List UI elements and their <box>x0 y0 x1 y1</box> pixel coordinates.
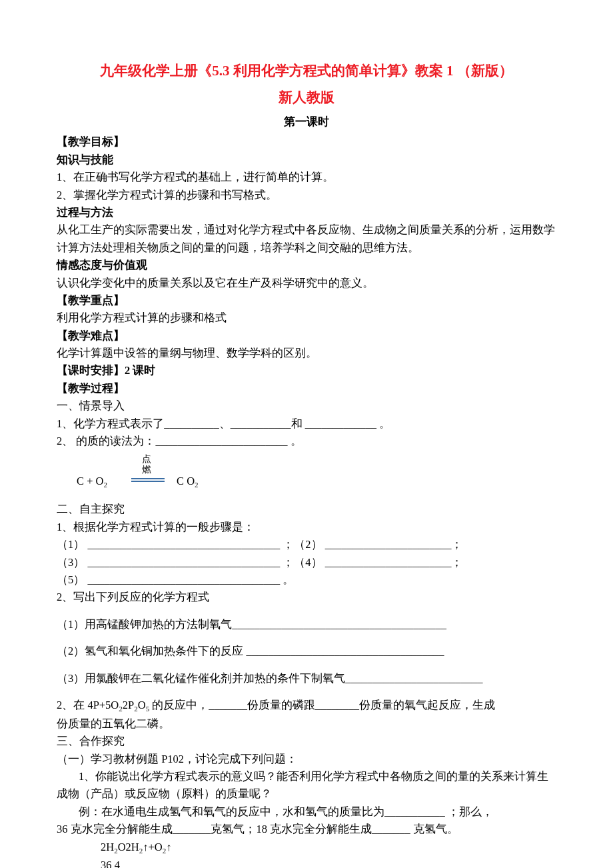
doc-title-line2: 新人教版 <box>57 87 556 109</box>
product-sub: 2 <box>195 481 199 489</box>
step-3-heading: 三、合作探究 <box>57 733 556 750</box>
calc-equation: 2H2O2H2↑+O2↑ <box>101 839 556 857</box>
section-difficulty: 【教学难点】 <box>57 327 556 345</box>
knowledge-item-1: 1、在正确书写化学方程式的基础上，进行简单的计算。 <box>57 169 556 186</box>
step3-example-line2: 36 克水完全分解能生成_______克氢气；18 克水完全分解能生成_____… <box>57 821 556 838</box>
calculation-block: 2H2O2H2↑+O2↑ 36 4 36 克 （ ？） 18 克 （ ？） <box>101 839 556 868</box>
q3-segment-d: 的反应中，_______份质量的磷跟________份质量的氧气起反应，生成 <box>149 699 495 711</box>
section-keypoints: 【教学重点】 <box>57 292 556 309</box>
emotion-text: 认识化学变化中的质量关系以及它在生产及科学研究中的意义。 <box>57 275 556 292</box>
process-text: 从化工生产的实际需要出发，通过对化学方程式中各反应物、生成物之间质量关系的分析，… <box>57 221 556 257</box>
section-periods: 【课时安排】2 课时 <box>57 362 556 379</box>
step2-q2: 2、写出下列反应的化学方程式 <box>57 589 556 606</box>
equation-condition: 点 燃 <box>142 454 151 475</box>
doc-subtitle: 第一课时 <box>57 113 556 131</box>
step2-q3-line1: 2、在 4P+5O22P2O5 的反应中，_______份质量的磷跟______… <box>57 697 556 715</box>
calc-row-masses: 36 4 <box>101 857 556 868</box>
keypoints-text: 利用化学方程式计算的步骤和格式 <box>57 309 556 327</box>
keypoints-label: 【教学重点】 <box>57 294 125 307</box>
step2-q2-3: （3）用氯酸钾在二氧化锰作催化剂并加热的条件下制氧气______________… <box>57 670 556 687</box>
section-objectives: 【教学目标】 <box>57 133 556 151</box>
cond-char-2: 燃 <box>142 465 151 475</box>
equation-arrow-icon <box>131 478 165 482</box>
q3-segment-b: 2P <box>123 699 134 711</box>
step2-q1-blank5: （5） ___________________________________ … <box>57 571 556 589</box>
heading-emotion: 情感态度与价值观 <box>57 257 556 274</box>
step-1-heading: 一、情景导入 <box>57 397 556 415</box>
document-page: 九年级化学上册《5.3 利用化学方程式的简单计算》教案 1 （新版） 新人教版 … <box>0 0 613 868</box>
calc-eq-b: O2H <box>118 841 139 853</box>
section-procedure: 【教学过程】 <box>57 380 556 397</box>
step2-q1-blank12: （1） ___________________________________ … <box>57 536 556 553</box>
step2-q1-blank34: （3） ___________________________________ … <box>57 554 556 571</box>
q3-segment-a: 2、在 4P+5O <box>57 699 119 711</box>
equation-products: C O2 <box>177 473 199 491</box>
equation-reactants: C + O2 <box>77 473 107 491</box>
reactant-text: C + O <box>77 475 103 487</box>
calc-eq-d: ↑ <box>166 841 171 853</box>
step2-q3-line2: 份质量的五氧化二磷。 <box>57 715 556 733</box>
difficulty-text: 化学计算题中设答的量纲与物理、数学学科的区别。 <box>57 345 556 362</box>
reactant-sub: 2 <box>103 481 107 489</box>
difficulty-label: 【教学难点】 <box>57 329 125 342</box>
periods-text: 【课时安排】2 课时 <box>57 364 155 377</box>
step-2-heading: 二、自主探究 <box>57 501 556 518</box>
product-text: C O <box>177 475 195 487</box>
step2-q2-2: （2）氢气和氧化铜加热条件下的反应 ______________________… <box>57 643 556 660</box>
step3-q1: 1、你能说出化学方程式表示的意义吗？能否利用化学方程式中各物质之间的量的关系来计… <box>57 768 556 803</box>
heading-process: 过程与方法 <box>57 204 556 221</box>
q3-segment-c: O <box>138 699 146 711</box>
calc-eq-a: 2H <box>101 841 114 853</box>
calc-eq-c: ↑+O <box>143 841 162 853</box>
knowledge-item-2: 2、掌握化学方程式计算的步骤和书写格式。 <box>57 187 556 204</box>
doc-title-line1: 九年级化学上册《5.3 利用化学方程式的简单计算》教案 1 （新版） <box>57 60 556 83</box>
heading-knowledge: 知识与技能 <box>57 151 556 169</box>
step3-example-line1: 例：在水通电生成氢气和氧气的反应中，水和氢气的质量比为___________ ；… <box>57 803 556 821</box>
step1-q2: 2、 的质的读法为：________________________ 。 <box>57 433 556 450</box>
chemical-equation: 点 燃 C + O2 C O2 <box>77 454 556 494</box>
step3-sub1: （一）学习教材例题 P102，讨论完成下列问题： <box>57 751 556 768</box>
step2-q2-1: （1）用高锰酸钾加热的方法制氧气________________________… <box>57 616 556 633</box>
cond-char-1: 点 <box>142 454 151 464</box>
step1-q1: 1、化学方程式表示了__________、___________和 ______… <box>57 415 556 433</box>
step2-q1: 1、根据化学方程式计算的一般步骤是： <box>57 519 556 536</box>
